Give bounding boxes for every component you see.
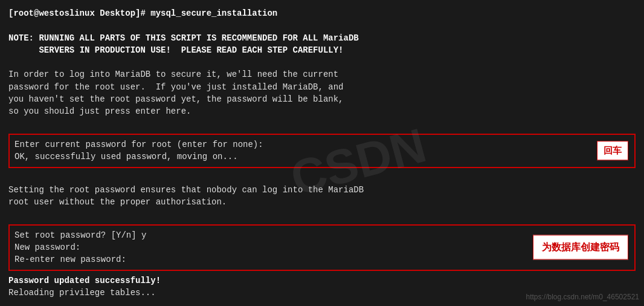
annotation-create-password: 为数据库创建密码 (533, 235, 628, 260)
info-line-3: you haven't set the root password yet, t… (8, 93, 636, 105)
annotation-huiche: 回车 (597, 141, 628, 160)
info-line-1: In order to log into MariaDB to secure i… (8, 68, 636, 80)
info-line-2: password for the root user. If you've ju… (8, 81, 636, 93)
note-line-2: SERVERS IN PRODUCTION USE! PLEASE READ E… (8, 44, 636, 56)
note-line-1: NOTE: RUNNING ALL PARTS OF THIS SCRIPT I… (8, 32, 636, 44)
empty-line-1 (8, 19, 636, 31)
set-password-box: Set root password? [Y/n] y New password:… (8, 224, 636, 271)
terminal-window: [root@westoslinux Desktop]# mysql_secure… (0, 0, 644, 306)
empty-line-2 (8, 56, 636, 68)
info-line-4: so you should just press enter here. (8, 105, 636, 117)
empty-line-5 (8, 208, 636, 220)
watermark: https://blog.csdn.net/m0_46502521 (526, 292, 639, 302)
prompt-line: [root@westoslinux Desktop]# mysql_secure… (8, 7, 636, 19)
updated-line: Password updated successfully! (8, 275, 636, 287)
empty-line-3 (8, 118, 636, 130)
